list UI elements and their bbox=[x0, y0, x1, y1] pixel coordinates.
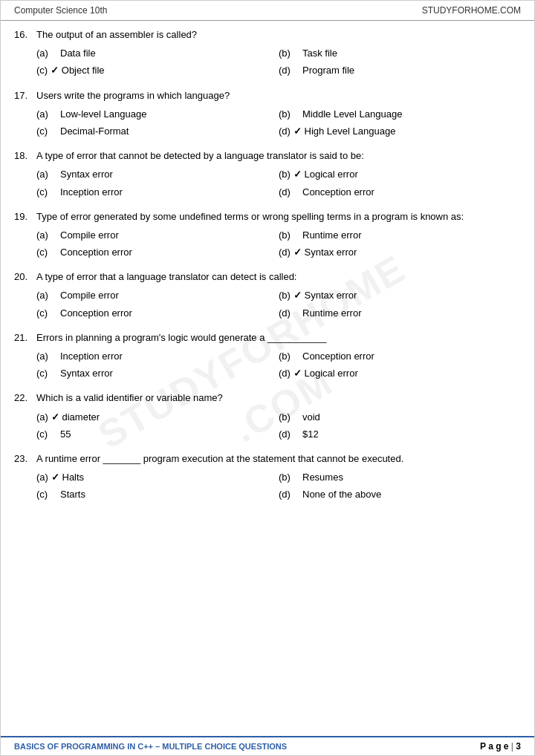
option: (d) ✓Logical error bbox=[279, 366, 521, 381]
option: (a) ✓diameter bbox=[36, 410, 279, 425]
option: (a)Compile error bbox=[36, 228, 279, 243]
option: (c)Decimal-Format bbox=[36, 124, 279, 139]
question-block: 19.Type of error generated by some undef… bbox=[14, 210, 521, 261]
options-grid: (a)Data file(b)Task file(c) ✓Object file… bbox=[36, 46, 521, 78]
option-text: diameter bbox=[62, 411, 100, 424]
options-grid: (a)Syntax error(b) ✓Logical error(c)Ince… bbox=[36, 167, 521, 199]
option-text: Logical error bbox=[305, 168, 358, 181]
option-text: Object file bbox=[62, 64, 105, 77]
option-label: (d) ✓ bbox=[279, 246, 302, 259]
option-label: (c) bbox=[36, 428, 57, 441]
question-body: Users write the programs in which langua… bbox=[36, 89, 521, 102]
questions-container: 16.The output of an assembler is called?… bbox=[14, 28, 521, 503]
question-num: 23. bbox=[14, 452, 32, 466]
option-text: Syntax error bbox=[60, 168, 113, 181]
option: (c)Conception error bbox=[36, 306, 279, 321]
option-label: (d) ✓ bbox=[279, 125, 302, 138]
option-label: (a) bbox=[36, 47, 57, 60]
option-label: (a) bbox=[36, 289, 57, 302]
option-label: (c) ✓ bbox=[36, 64, 59, 77]
option: (d)Runtime error bbox=[279, 306, 521, 321]
option: (a) ✓Halts bbox=[36, 470, 279, 485]
question-block: 22.Which is a valid identifier or variab… bbox=[14, 391, 521, 442]
option-label: (a) bbox=[36, 168, 57, 181]
page-footer: BASICS OF PROGRAMMING IN C++ – MULTIPLE … bbox=[1, 736, 534, 755]
option: (c)Starts bbox=[36, 487, 279, 502]
option-label: (b) ✓ bbox=[279, 289, 302, 302]
option-label: (b) ✓ bbox=[279, 168, 302, 181]
option-text: Conception error bbox=[60, 246, 132, 259]
footer-text: BASICS OF PROGRAMMING IN C++ – MULTIPLE … bbox=[14, 742, 287, 751]
option-text: None of the above bbox=[302, 488, 381, 501]
question-body: Type of error generated by some undefine… bbox=[36, 210, 521, 224]
option-text: Conception error bbox=[302, 186, 374, 199]
option-text: Syntax error bbox=[60, 367, 113, 380]
option-text: Decimal-Format bbox=[60, 125, 129, 138]
page-wrapper: Computer Science 10th STUDYFORHOME.COM S… bbox=[0, 0, 535, 756]
option-text: Program file bbox=[302, 64, 354, 77]
option-text: High Level Language bbox=[305, 125, 396, 138]
option-text: void bbox=[302, 411, 320, 424]
question-block: 18.A type of error that cannot be detect… bbox=[14, 149, 521, 200]
question-body: The output of an assembler is called? bbox=[36, 28, 521, 42]
option-text: Syntax error bbox=[305, 289, 357, 302]
option-text: Low-level Language bbox=[60, 108, 146, 121]
question-body: A type of error that a language translat… bbox=[36, 270, 521, 284]
option-text: Runtime error bbox=[302, 307, 361, 320]
options-grid: (a) ✓Halts(b)Resumes(c)Starts(d)None of … bbox=[36, 470, 521, 502]
option-text: Starts bbox=[60, 488, 85, 501]
question-block: 17.Users write the programs in which lan… bbox=[14, 89, 521, 140]
question-num: 20. bbox=[14, 270, 32, 284]
option-text: Logical error bbox=[305, 367, 358, 380]
option: (d) ✓Syntax error bbox=[279, 245, 521, 260]
option: (b)Conception error bbox=[279, 349, 521, 364]
question-text: 16.The output of an assembler is called? bbox=[14, 28, 521, 42]
question-text: 22.Which is a valid identifier or variab… bbox=[14, 391, 521, 405]
option-text: Compile error bbox=[60, 229, 119, 242]
content-area: STUDYFORHOME.COM 16.The output of an ass… bbox=[1, 21, 534, 736]
question-block: 20.A type of error that a language trans… bbox=[14, 270, 521, 321]
option: (d)None of the above bbox=[279, 487, 521, 502]
option-text: Runtime error bbox=[302, 229, 361, 242]
option-label: (a) ✓ bbox=[36, 471, 59, 484]
question-num: 17. bbox=[14, 89, 32, 102]
option-text: Resumes bbox=[302, 471, 343, 484]
question-body: Errors in planning a program's logic wou… bbox=[36, 331, 521, 345]
option-text: Conception error bbox=[302, 350, 374, 363]
options-grid: (a)Compile error(b) ✓Syntax error(c)Conc… bbox=[36, 288, 521, 320]
footer-page-num: 3 bbox=[516, 741, 521, 752]
options-grid: (a)Compile error(b)Runtime error(c)Conce… bbox=[36, 228, 521, 260]
option-label: (d) bbox=[279, 488, 299, 501]
option-label: (b) bbox=[279, 108, 299, 121]
option: (b) ✓Syntax error bbox=[279, 288, 521, 303]
option-text: $12 bbox=[302, 428, 319, 441]
option-label: (d) bbox=[279, 186, 299, 199]
page-header: Computer Science 10th STUDYFORHOME.COM bbox=[1, 1, 534, 21]
option-text: Compile error bbox=[60, 289, 119, 302]
option: (a)Low-level Language bbox=[36, 107, 279, 122]
option-label: (c) bbox=[36, 125, 57, 138]
option-label: (a) ✓ bbox=[36, 411, 59, 424]
option-text: Syntax error bbox=[305, 246, 357, 259]
option-label: (c) bbox=[36, 307, 57, 320]
options-grid: (a)Inception error(b)Conception error(c)… bbox=[36, 349, 521, 381]
header-title: Computer Science 10th bbox=[14, 5, 107, 16]
option-label: (b) bbox=[279, 471, 299, 484]
option: (b)Task file bbox=[279, 46, 521, 61]
question-num: 22. bbox=[14, 391, 32, 405]
option-label: (d) ✓ bbox=[279, 367, 302, 380]
question-block: 16.The output of an assembler is called?… bbox=[14, 28, 521, 79]
question-body: A runtime error _______ program executio… bbox=[36, 452, 521, 466]
option-label: (c) bbox=[36, 246, 57, 259]
option: (c)Syntax error bbox=[36, 366, 279, 381]
option-text: Inception error bbox=[60, 186, 123, 199]
question-text: 19.Type of error generated by some undef… bbox=[14, 210, 521, 224]
footer-page: P a g e | 3 bbox=[480, 741, 521, 752]
option: (b)Runtime error bbox=[279, 228, 521, 243]
option: (c)55 bbox=[36, 427, 279, 442]
question-text: 17.Users write the programs in which lan… bbox=[14, 89, 521, 102]
option-label: (b) bbox=[279, 47, 299, 60]
question-block: 23.A runtime error _______ program execu… bbox=[14, 452, 521, 503]
question-block: 21.Errors in planning a program's logic … bbox=[14, 331, 521, 382]
question-num: 18. bbox=[14, 149, 32, 163]
